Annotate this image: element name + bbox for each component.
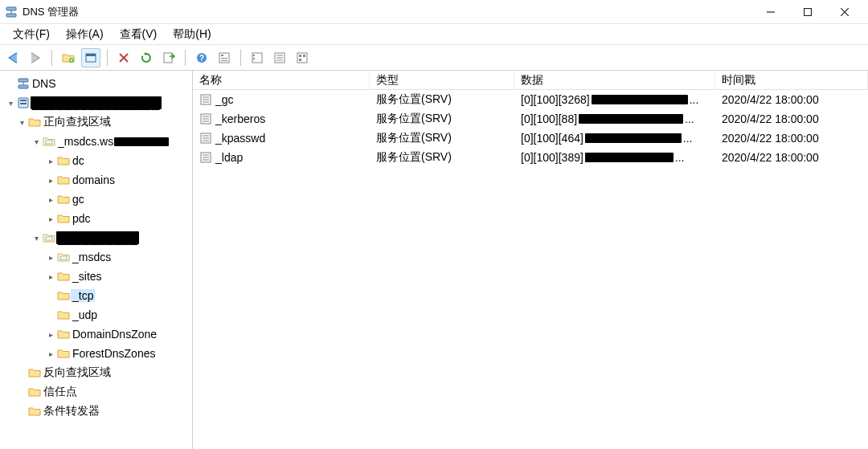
view-list-button[interactable] — [270, 48, 289, 67]
record-row[interactable]: _kerberos 服务位置(SRV) [0][100][88] ... 202… — [193, 109, 868, 129]
delete-button[interactable] — [114, 48, 133, 67]
tree-label: DomainDnsZone — [71, 328, 158, 341]
menu-bar: 文件(F) 操作(A) 查看(V) 帮助(H) — [0, 24, 868, 45]
folder-icon — [56, 328, 71, 341]
column-header-timestamp[interactable]: 时间戳 — [715, 71, 868, 89]
tree-dns-root[interactable]: DNS — [0, 74, 192, 93]
tree-forest-dns-zones[interactable]: ▸ ForestDnsZones — [0, 344, 192, 363]
tree-dc[interactable]: ▸ dc — [0, 151, 192, 170]
tree-reverse-zones[interactable]: 反向查找区域 — [0, 363, 192, 382]
tree-domain-dns-zones[interactable]: ▸ DomainDnsZone — [0, 325, 192, 344]
record-name: _gc — [215, 93, 234, 106]
tree-domains[interactable]: ▸ domains — [0, 170, 192, 190]
record-row[interactable]: _gc 服务位置(SRV) [0][100][3268] ... 2020/4/… — [193, 90, 868, 109]
folder-icon — [56, 289, 71, 302]
chevron-right-icon[interactable]: ▸ — [45, 176, 56, 185]
view-small-button[interactable] — [248, 48, 267, 67]
menu-help[interactable]: 帮助(H) — [165, 26, 219, 43]
export-button[interactable] — [159, 48, 178, 67]
chevron-right-icon[interactable]: ▸ — [45, 157, 56, 165]
tree-label: _sites — [71, 270, 104, 283]
tree-trust-points[interactable]: 信任点 — [0, 382, 192, 402]
tree-gc[interactable]: ▸ gc — [0, 190, 192, 209]
column-header-data[interactable]: 数据 — [514, 71, 715, 89]
tree-conditional-forwarders[interactable]: 条件转发器 — [0, 402, 192, 421]
tree-_sites[interactable]: ▸ _sites — [0, 267, 192, 286]
toolbar-separator — [240, 50, 241, 66]
new-folder-button[interactable] — [59, 48, 78, 67]
tree-label-redacted: ██████████ — [56, 231, 139, 244]
record-name: _kpasswd — [215, 132, 265, 145]
tree-label: 正向查找区域 — [42, 115, 113, 129]
record-type: 服务位置(SRV) — [370, 150, 514, 165]
column-header-name[interactable]: 名称 — [193, 71, 370, 89]
help-button[interactable] — [192, 48, 211, 67]
record-data-prefix: [0][100][3268] — [521, 93, 590, 106]
tree-msdcs-zone[interactable]: ▾ _msdcs.ws — [0, 132, 192, 151]
folder-icon — [56, 347, 71, 360]
column-header-row: 名称 类型 数据 时间戳 — [193, 71, 868, 90]
menu-file[interactable]: 文件(F) — [5, 26, 58, 43]
list-pane[interactable]: 名称 类型 数据 时间戳 _gc 服务位置(SRV) [0][100][3268… — [193, 71, 868, 449]
tree-label: 条件转发器 — [42, 404, 101, 418]
tree-label: 信任点 — [42, 385, 79, 399]
menu-action[interactable]: 操作(A) — [58, 26, 112, 43]
record-icon — [199, 151, 212, 164]
record-timestamp: 2020/4/22 18:00:00 — [715, 93, 868, 106]
folder-icon — [56, 173, 71, 186]
view-details-button[interactable] — [293, 48, 312, 67]
minimize-button[interactable] — [752, 0, 789, 24]
folder-icon — [27, 386, 42, 398]
ellipsis-icon: ... — [683, 132, 693, 145]
dns-icon — [16, 77, 31, 90]
tree-pdc[interactable]: ▸ pdc — [0, 209, 192, 228]
menu-view[interactable]: 查看(V) — [112, 26, 166, 43]
ellipsis-icon: ... — [685, 112, 694, 125]
chevron-right-icon[interactable]: ▸ — [45, 253, 56, 262]
maximize-button[interactable] — [789, 0, 826, 24]
properties-button[interactable] — [215, 48, 234, 67]
tree-server[interactable]: ▾ ████████████████ — [0, 93, 192, 112]
toolbar-separator — [51, 50, 52, 66]
redacted-text — [592, 95, 688, 104]
title-bar: DNS 管理器 — [0, 0, 868, 24]
tree-label: domains — [71, 173, 117, 186]
folder-icon — [56, 270, 71, 283]
tree-label: gc — [71, 193, 86, 206]
chevron-right-icon[interactable]: ▸ — [45, 272, 56, 281]
chevron-right-icon[interactable]: ▸ — [45, 330, 56, 339]
tree-zone2[interactable]: ▾ ██████████ — [0, 228, 192, 247]
tree-label: _msdcs.ws — [56, 135, 115, 148]
tree-pane[interactable]: DNS ▾ ████████████████ ▾ 正向查找区域 ▾ _msdcs… — [0, 71, 193, 449]
tree-_udp[interactable]: _udp — [0, 305, 192, 325]
record-row[interactable]: _ldap 服务位置(SRV) [0][100][389] ... 2020/4… — [193, 148, 868, 167]
tree-_tcp[interactable]: _tcp — [0, 286, 192, 305]
record-type: 服务位置(SRV) — [370, 112, 514, 126]
zone-icon — [56, 251, 71, 263]
tree-label: _msdcs — [71, 251, 113, 263]
chevron-right-icon[interactable]: ▸ — [45, 214, 56, 223]
redacted-text — [114, 137, 169, 146]
chevron-right-icon[interactable]: ▸ — [45, 195, 56, 204]
chevron-down-icon[interactable]: ▾ — [31, 137, 42, 146]
tree-forward-zones[interactable]: ▾ 正向查找区域 — [0, 112, 192, 132]
chevron-right-icon[interactable]: ▸ — [45, 349, 56, 358]
close-button[interactable] — [826, 0, 863, 24]
record-row[interactable]: _kpasswd 服务位置(SRV) [0][100][464] ... 202… — [193, 129, 868, 148]
refresh-button[interactable] — [137, 48, 156, 67]
server-icon — [16, 96, 31, 109]
chevron-down-icon[interactable]: ▾ — [5, 99, 16, 108]
chevron-down-icon[interactable]: ▾ — [31, 234, 42, 243]
redacted-text — [579, 114, 683, 124]
record-icon — [199, 132, 212, 145]
chevron-down-icon[interactable]: ▾ — [16, 118, 27, 127]
tree-label: 反向查找区域 — [42, 365, 113, 380]
nav-forward-button[interactable] — [26, 48, 45, 67]
nav-back-button[interactable] — [3, 48, 23, 67]
show-tree-button[interactable] — [81, 48, 100, 67]
ellipsis-icon: ... — [690, 93, 699, 106]
record-icon — [199, 93, 212, 106]
record-timestamp: 2020/4/22 18:00:00 — [715, 151, 868, 164]
tree-_msdcs[interactable]: ▸ _msdcs — [0, 247, 192, 267]
column-header-type[interactable]: 类型 — [370, 71, 514, 89]
